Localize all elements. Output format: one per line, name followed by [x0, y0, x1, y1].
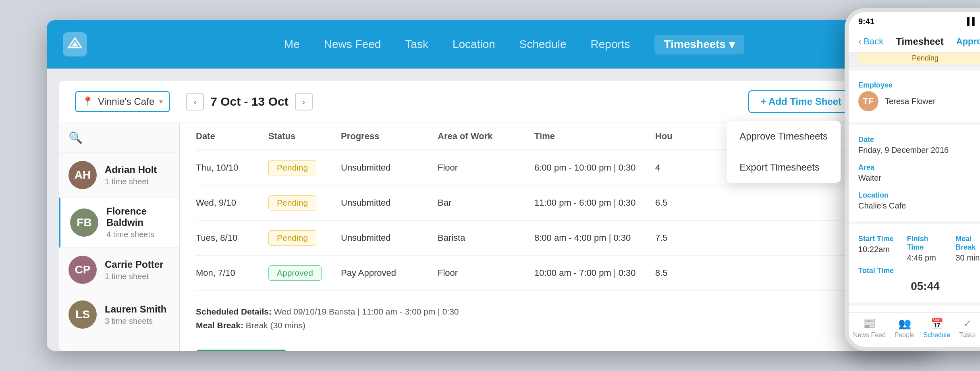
employee-item[interactable]: CP Carrie Potter 1 time sheet [59, 248, 179, 292]
col-time: Time [534, 131, 655, 142]
row-date: Tues, 8/10 [196, 233, 268, 243]
pin-icon: 📍 [82, 96, 93, 107]
phone-finish-time-label: Finish Time [907, 235, 944, 252]
phone-bottom-nav: 📰 News Feed 👥 People 📅 Schedule ✓ Tasks … [849, 312, 980, 347]
meal-break-label: Meal Break: [196, 321, 243, 330]
row-time: 11:00 pm - 6:00 pm | 0:30 [534, 198, 655, 208]
row-time: 8:00 am - 4:00 pm | 0:30 [534, 233, 655, 243]
nav-schedule[interactable]: Schedule [519, 35, 567, 54]
date-range: 7 Oct - 13 Oct [210, 95, 288, 108]
search-bar[interactable]: 🔍 [59, 123, 179, 153]
location-selector[interactable]: 📍 Vinnie's Cafe ▾ [75, 91, 170, 112]
phone-area-value: Waiter [858, 173, 881, 183]
phone-employee-name: Teresa Flower [885, 97, 936, 106]
row-progress: Unsubmitted [341, 163, 438, 173]
status-badge: Pending [268, 230, 316, 246]
phone-location-label: Location [858, 191, 906, 200]
row-area: Bar [438, 198, 534, 208]
nav-newsfeed[interactable]: News Feed [324, 35, 381, 54]
top-nav: Me News Feed Task Location Schedule Repo… [47, 20, 933, 69]
employee-name: Lauren Smith [105, 304, 166, 315]
row-area: Floor [438, 163, 534, 173]
nav-location[interactable]: Location [453, 35, 495, 54]
phone-time: 9:41 [858, 17, 874, 26]
phone-content: Employee TF Teresa Flower › Date Friday,… [849, 67, 980, 329]
people-icon: 👥 [898, 317, 911, 330]
table-row[interactable]: Mon, 7/10 Approved Pay Approved Floor 10… [196, 256, 905, 291]
employee-sheets: 1 time sheet [105, 272, 163, 281]
phone-signals: ▌▌ ⊛ ▮ [967, 17, 980, 26]
phone-employee-section: Employee TF Teresa Flower › [849, 71, 980, 122]
phone-nav-people[interactable]: 👥 People [895, 317, 915, 339]
employee-sheets: 4 time sheets [106, 230, 170, 239]
approve-timesheet-button[interactable]: Approve [196, 350, 287, 351]
schedule-icon: 📅 [930, 317, 943, 330]
desktop-container: Me News Feed Task Location Schedule Repo… [47, 20, 933, 351]
col-date: Date [196, 131, 268, 142]
search-icon: 🔍 [69, 131, 83, 144]
employee-item[interactable]: FB Florence Baldwin 4 time sheets [59, 198, 179, 248]
avatar: CP [69, 256, 97, 284]
status-badge: Pending [268, 195, 316, 211]
phone-back-button[interactable]: ‹ Back [858, 36, 883, 47]
phone-time-section: Start Time 10:22am Finish Time 4:46 pm M… [849, 224, 980, 302]
employee-name: Florence Baldwin [106, 206, 170, 228]
phone-start-time-label: Start Time [858, 235, 895, 243]
phone-nav-tasks[interactable]: ✓ Tasks [959, 317, 976, 339]
pending-tag: Pending [858, 52, 980, 64]
back-chevron-icon: ‹ [858, 36, 861, 47]
phone-nav-newsfeed[interactable]: 📰 News Feed [853, 317, 886, 339]
next-date-button[interactable]: › [295, 93, 313, 110]
nav-timesheets[interactable]: Timesheets ▾ [654, 35, 745, 54]
meal-break-value: Break (30 mins) [246, 321, 305, 330]
main-content: 📍 Vinnie's Cafe ▾ ‹ 7 Oct - 13 Oct › + A… [59, 81, 921, 351]
row-progress: Unsubmitted [341, 198, 438, 208]
col-status: Status [268, 131, 341, 142]
avatar: AH [69, 161, 97, 189]
employee-name: Carrie Potter [105, 259, 163, 270]
employee-item[interactable]: AH Adrian Holt 1 time sheet [59, 153, 179, 198]
row-hours: 4 [655, 163, 716, 173]
table-row[interactable]: Tues, 8/10 Pending Unsubmitted Barista 8… [196, 221, 905, 256]
avatar: FB [70, 208, 98, 237]
add-timesheet-button[interactable]: + Add Time Sheet [748, 90, 853, 113]
scheduled-label: Scheduled Details: [196, 307, 272, 316]
row-time: 10:00 am - 7:00 pm | 0:30 [534, 268, 655, 278]
phone-finish-time-value: 4:46 pm [907, 253, 944, 263]
row-hours: 7.5 [655, 233, 716, 243]
phone-date-section: Date Friday, 9 December 2016 › Area Wait… [849, 125, 980, 221]
phone-screen-title: Timesheet [896, 36, 943, 47]
export-timesheets-item[interactable]: Export Timesheets [727, 152, 841, 183]
nav-me[interactable]: Me [284, 35, 300, 54]
scheduled-detail: Wed 09/10/19 Barista | 11:00 am - 3:00 p… [274, 307, 459, 316]
avatar: LS [69, 300, 97, 329]
phone-start-time-value: 10:22am [858, 245, 895, 254]
newsfeed-icon: 📰 [863, 317, 876, 330]
phone-location-value: Chalie's Cafe [858, 201, 906, 211]
phone-approve-button[interactable]: Approve [956, 36, 980, 47]
svg-point-2 [73, 43, 77, 46]
row-date: Thu, 10/10 [196, 163, 268, 173]
phone-nav-bar: ‹ Back Timesheet Approve [849, 31, 980, 52]
col-area: Area of Work [438, 131, 534, 142]
toolbar: 📍 Vinnie's Cafe ▾ ‹ 7 Oct - 13 Oct › + A… [59, 81, 921, 123]
status-badge: Approved [268, 265, 322, 281]
table-row[interactable]: Wed, 9/10 Pending Unsubmitted Bar 11:00 … [196, 186, 905, 221]
nav-reports[interactable]: Reports [591, 35, 630, 54]
status-badge: Pending [268, 160, 316, 175]
app-logo[interactable] [63, 32, 87, 56]
phone-employee-label: Employee [858, 81, 936, 90]
prev-date-button[interactable]: ‹ [186, 93, 204, 110]
phone-date-value: Friday, 9 December 2016 [858, 146, 949, 155]
col-hours: Hou [655, 131, 716, 142]
timesheets-dropdown: Approve Timesheets Export Timesheets [727, 121, 841, 183]
phone-nav-schedule[interactable]: 📅 Schedule [924, 317, 951, 339]
chevron-down-icon: ▾ [159, 97, 163, 106]
nav-task[interactable]: Task [405, 35, 428, 54]
employee-name: Adrian Holt [105, 164, 157, 175]
col-progress: Progress [341, 131, 438, 142]
employee-item[interactable]: LS Lauren Smith 3 time sheets [59, 292, 179, 337]
approve-timesheets-item[interactable]: Approve Timesheets [727, 121, 841, 152]
row-hours: 6.5 [655, 198, 716, 208]
location-name: Vinnie's Cafe [98, 96, 154, 107]
